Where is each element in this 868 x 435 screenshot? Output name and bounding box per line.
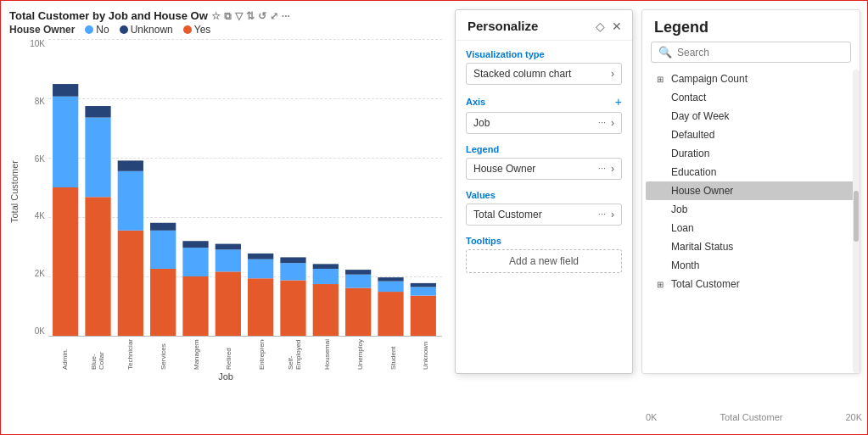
more-icon[interactable]: ···: [282, 10, 290, 22]
legend-value: House Owner: [473, 163, 535, 175]
empty-icon-dow: [654, 110, 666, 122]
svg-rect-25: [313, 269, 339, 284]
svg-rect-18: [248, 278, 273, 336]
svg-rect-35: [411, 283, 436, 287]
svg-rect-24: [313, 284, 339, 336]
legend-item-defaulted[interactable]: Defaulted: [646, 125, 856, 144]
legend-item-label-defaulted: Defaulted: [671, 129, 714, 141]
copy-icon[interactable]: ⧉: [224, 10, 232, 22]
svg-rect-13: [182, 248, 208, 276]
empty-icon-job: [654, 204, 666, 215]
dots-legend-icon[interactable]: ···: [598, 163, 606, 175]
axis-header: Axis +: [466, 95, 622, 109]
legend-item-month[interactable]: Month: [646, 256, 856, 275]
svg-rect-17: [216, 244, 241, 250]
tooltips-section: Tooltips Add a new field: [466, 236, 622, 273]
svg-rect-4: [85, 118, 110, 198]
values-value: Total Customer: [473, 209, 542, 220]
search-input[interactable]: [677, 47, 843, 59]
legend-item-duration[interactable]: Duration: [646, 144, 856, 163]
panel-header: Personalize ◇ ✕: [456, 10, 632, 41]
values-label: Values: [466, 190, 622, 200]
add-field-button[interactable]: Add a new field: [466, 249, 622, 273]
scrollbar-thumb: [854, 191, 859, 242]
axis-plus-icon[interactable]: +: [615, 95, 622, 109]
scrollbar-vertical[interactable]: [853, 70, 860, 373]
legend-item-total-customer[interactable]: ⊞ Total Customer: [646, 275, 856, 293]
svg-rect-3: [85, 197, 110, 336]
chart-legend-row: House Owner No Unknown Yes: [9, 24, 442, 36]
legend-item-day-of-week[interactable]: Day of Week: [646, 107, 856, 125]
chevron-right-legend-icon: ›: [611, 163, 614, 175]
legend-item-loan[interactable]: Loan: [646, 219, 856, 237]
values-field-icons: ··· ›: [598, 209, 614, 220]
x-axis-title: Job: [9, 371, 442, 382]
viz-type-value: Stacked column chart: [473, 68, 571, 80]
chart-area: Total Customer 10K 8K 6K 4K 2K 0K: [9, 39, 442, 370]
yes-dot: [183, 25, 192, 34]
legend-search-box[interactable]: 🔍: [651, 42, 851, 63]
legend-item-job[interactable]: Job: [646, 200, 856, 219]
dots-values-icon[interactable]: ···: [598, 209, 606, 220]
no-label: No: [96, 24, 109, 36]
legend-item-label-education: Education: [671, 166, 716, 178]
svg-rect-20: [248, 254, 273, 259]
legend-title-label: House Owner: [9, 24, 75, 36]
tooltips-label: Tooltips: [466, 236, 622, 246]
legend-items-list: ⊞ Campaign Count Contact Day of Week Def…: [642, 70, 860, 373]
legend-item-education[interactable]: Education: [646, 163, 856, 181]
y-tick-6k: 6K: [35, 154, 45, 164]
legend-item-contact[interactable]: Contact: [646, 88, 856, 107]
svg-rect-32: [378, 277, 403, 282]
legend-field-label: Legend: [466, 144, 622, 154]
legend-no: No: [85, 24, 109, 36]
chart-title-row: Total Customer by Job and House Ow ☆ ⧉ ▽…: [9, 9, 442, 22]
close-icon[interactable]: ✕: [612, 20, 622, 33]
eraser-icon[interactable]: ◇: [596, 20, 605, 33]
values-field[interactable]: Total Customer ··· ›: [466, 204, 622, 226]
svg-rect-8: [118, 160, 143, 170]
svg-rect-15: [216, 271, 241, 336]
no-dot: [85, 25, 93, 34]
bottom-x-right: 20K: [845, 412, 862, 422]
legend-panel: Legend 🔍 ⊞ Campaign Count Contact Day of…: [641, 9, 860, 374]
unknown-label: Unknown: [131, 24, 173, 36]
empty-icon-def: [654, 129, 666, 141]
svg-rect-34: [411, 287, 436, 295]
svg-rect-28: [345, 275, 371, 288]
legend-item-house-owner[interactable]: House Owner: [646, 181, 856, 200]
y-axis-label: Total Customer: [9, 47, 25, 336]
legend-panel-title: Legend: [642, 10, 860, 42]
viz-type-field[interactable]: Stacked column chart ›: [466, 63, 622, 85]
legend-field[interactable]: House Owner ··· ›: [466, 158, 622, 180]
star-icon[interactable]: ☆: [211, 10, 221, 22]
empty-icon-contact: [654, 92, 666, 103]
x-label-admin: Admin.: [48, 336, 81, 370]
chevron-right-values-icon: ›: [611, 209, 614, 220]
svg-rect-2: [53, 84, 78, 97]
x-label-house: Housemaid: [311, 336, 344, 370]
legend-item-marital[interactable]: Marital Status: [646, 237, 856, 256]
x-label-unkn: Unknown: [409, 336, 442, 370]
chart-inner: 10K 8K 6K 4K 2K 0K: [25, 39, 442, 370]
chevron-right-icon: ›: [611, 68, 614, 80]
filter-icon[interactable]: ▽: [235, 10, 243, 22]
legend-item-label-loan: Loan: [671, 222, 694, 234]
svg-rect-7: [118, 171, 143, 231]
axis-field[interactable]: Job ··· ›: [466, 112, 622, 134]
y-tick-10k: 10K: [30, 39, 45, 48]
svg-rect-21: [280, 281, 305, 336]
x-label-ret: Retired: [212, 336, 245, 370]
dots-icon[interactable]: ···: [598, 117, 606, 129]
empty-icon-ho: [654, 185, 666, 197]
legend-item-label-month: Month: [671, 259, 699, 271]
sort-icon[interactable]: ⇅: [246, 10, 255, 22]
table-icon-tc: ⊞: [654, 278, 666, 290]
table-icon-campaign: ⊞: [654, 73, 666, 85]
legend-item-campaign-count[interactable]: ⊞ Campaign Count: [646, 70, 856, 88]
axis-label: Axis: [466, 97, 485, 107]
expand-icon[interactable]: ⤢: [270, 10, 278, 22]
bottom-axis-area: 0K Total Customer 20K: [646, 412, 862, 422]
undo-icon[interactable]: ↺: [258, 10, 266, 22]
x-label-mgmt: Management: [180, 336, 213, 370]
